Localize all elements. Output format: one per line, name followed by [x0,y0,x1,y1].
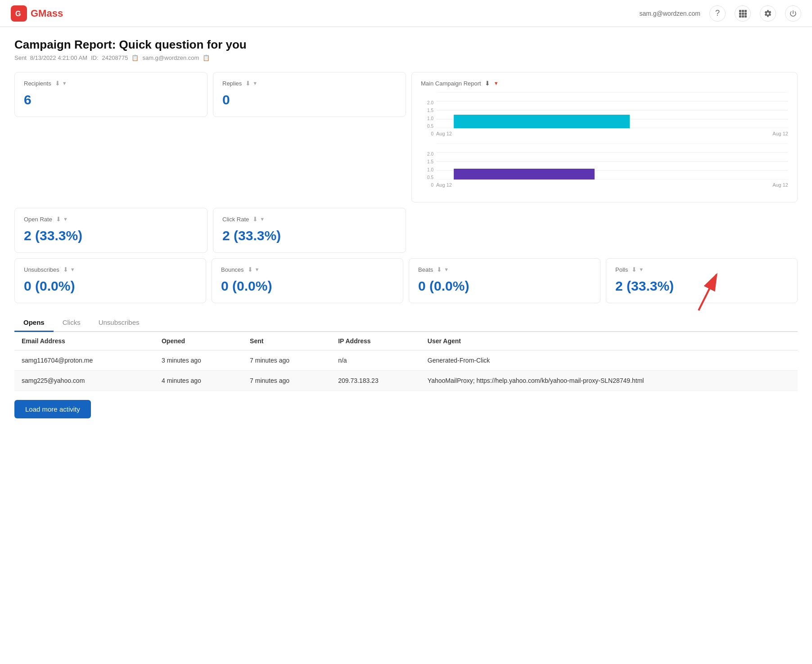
svg-rect-6 [744,13,747,15]
unsubscribes-dropdown-icon[interactable]: ▼ [70,267,75,272]
top-bar-right: sam.g@wordzen.com ? [639,5,801,22]
help-button[interactable]: ? [709,5,726,22]
cell-opened: 4 minutes ago [154,371,243,391]
recipients-label: Recipients ⬇ ▼ [24,80,198,87]
campaign-email: sam.g@wordzen.com [142,54,199,61]
replies-dropdown-icon[interactable]: ▼ [253,81,257,86]
svg-rect-4 [739,13,741,15]
bounces-dropdown-icon[interactable]: ▼ [255,267,260,272]
polls-dropdown-icon[interactable]: ▼ [639,267,644,272]
unsubscribes-label: Unsubscribes ⬇ ▼ [24,266,197,273]
click-rate-card: Click Rate ⬇ ▼ 2 (33.3%) [213,208,406,253]
col-ip: IP Address [331,332,420,350]
top-bar: G GMass sam.g@wordzen.com ? [0,0,812,27]
open-rate-download-icon[interactable]: ⬇ [56,215,61,223]
tab-unsubscribes[interactable]: Unsubscribes [90,314,149,332]
polls-value: 2 (33.3%) [615,278,788,294]
bounces-download-icon[interactable]: ⬇ [248,266,253,273]
svg-rect-5 [742,13,744,15]
stats-grid-bottom: Unsubscribes ⬇ ▼ 0 (0.0%) Bounces ⬇ ▼ 0 … [14,258,798,303]
stats-grid-mid: Open Rate ⬇ ▼ 2 (33.3%) Click Rate ⬇ ▼ 2… [14,208,798,253]
gmass-logo-icon: G [11,5,27,22]
beats-card: Beats ⬇ ▼ 0 (0.0%) [409,258,600,303]
cell-email: samg225@yahoo.com [14,371,154,391]
col-email: Email Address [14,332,154,350]
bounces-value: 0 (0.0%) [221,278,394,294]
replies-value: 0 [222,92,397,108]
copy-id-icon[interactable]: 📋 [131,54,139,61]
cell-email: samg116704@proton.me [14,350,154,371]
cell-user-agent: Generated-From-Click [420,350,798,371]
logo-area: G GMass [11,5,63,22]
chart2-x-labels: Aug 12 Aug 12 [436,182,788,188]
cell-ip: n/a [331,350,420,371]
replies-card: Replies ⬇ ▼ 0 [213,72,406,117]
chart2-wrapper: 2.0 1.5 1.0 0.5 0 [421,144,788,188]
col-sent: Sent [243,332,331,350]
click-rate-download-icon[interactable]: ⬇ [253,215,258,223]
chart1-wrapper: 2.0 1.5 1.0 0.5 0 [421,92,788,136]
table-row: samg225@yahoo.com 4 minutes ago 7 minute… [14,371,798,391]
click-rate-value: 2 (33.3%) [222,228,397,243]
svg-rect-1 [739,10,741,12]
settings-button[interactable] [760,5,776,22]
open-rate-label: Open Rate ⬇ ▼ [24,215,198,223]
chart-header: Main Campaign Report ⬇ ▼ [421,80,788,87]
power-button[interactable] [785,5,801,22]
tab-opens[interactable]: Opens [14,314,54,332]
recipients-dropdown-icon[interactable]: ▼ [62,81,67,86]
open-rate-dropdown-icon[interactable]: ▼ [63,216,68,222]
main-content: Campaign Report: Quick question for you … [0,27,812,664]
open-rate-value: 2 (33.3%) [24,228,198,243]
chart1-y-axis: 2.0 1.5 1.0 0.5 0 [421,100,433,136]
polls-label: Polls ⬇ ▼ [615,266,788,273]
load-more-button[interactable]: Load more activity [14,400,91,418]
click-rate-dropdown-icon[interactable]: ▼ [260,216,265,222]
id-label: ID: [91,54,99,61]
bounces-card: Bounces ⬇ ▼ 0 (0.0%) [212,258,403,303]
tab-clicks[interactable]: Clicks [54,314,90,332]
cell-sent: 7 minutes ago [243,371,331,391]
cell-user-agent: YahooMailProxy; https://help.yahoo.com/k… [420,371,798,391]
polls-download-icon[interactable]: ⬇ [632,266,637,273]
beats-dropdown-icon[interactable]: ▼ [444,267,449,272]
main-chart-card: Main Campaign Report ⬇ ▼ 2.0 1.5 1.0 0.5… [411,72,798,202]
chart1-svg [436,92,788,128]
replies-download-icon[interactable]: ⬇ [245,80,251,87]
chart-dropdown-icon[interactable]: ▼ [494,81,499,86]
svg-rect-2 [742,10,744,12]
col-opened: Opened [154,332,243,350]
tabs: Opens Clicks Unsubscribes [14,314,798,332]
beats-download-icon[interactable]: ⬇ [437,266,442,273]
recipients-download-icon[interactable]: ⬇ [55,80,60,87]
unsubscribes-card: Unsubscribes ⬇ ▼ 0 (0.0%) [14,258,206,303]
chart-download-icon[interactable]: ⬇ [485,80,490,87]
replies-label: Replies ⬇ ▼ [222,80,397,87]
svg-rect-21 [454,169,595,179]
svg-rect-3 [744,10,747,12]
table-row: samg116704@proton.me 3 minutes ago 7 min… [14,350,798,371]
polls-card: Polls ⬇ ▼ 2 (33.3%) [606,258,798,303]
sent-label: Sent [14,54,27,61]
svg-rect-15 [454,115,630,128]
chart2-y-axis: 2.0 1.5 1.0 0.5 0 [421,152,433,188]
cell-sent: 7 minutes ago [243,350,331,371]
copy-email-icon[interactable]: 📋 [203,54,210,61]
bounces-label: Bounces ⬇ ▼ [221,266,394,273]
beats-value: 0 (0.0%) [418,278,591,294]
unsubscribes-download-icon[interactable]: ⬇ [63,266,68,273]
svg-text:G: G [15,10,21,18]
svg-rect-8 [742,15,744,18]
apps-button[interactable] [735,5,751,22]
recipients-value: 6 [24,92,198,108]
campaign-title: Campaign Report: Quick question for you [14,38,798,52]
id-value: 24208775 [102,54,128,61]
chart1-x-labels: Aug 12 Aug 12 [436,131,788,136]
click-rate-label: Click Rate ⬇ ▼ [222,215,397,223]
beats-label: Beats ⬇ ▼ [418,266,591,273]
cell-opened: 3 minutes ago [154,350,243,371]
svg-rect-7 [739,15,741,18]
svg-rect-9 [744,15,747,18]
recipients-card: Recipients ⬇ ▼ 6 [14,72,208,117]
cell-ip: 209.73.183.23 [331,371,420,391]
